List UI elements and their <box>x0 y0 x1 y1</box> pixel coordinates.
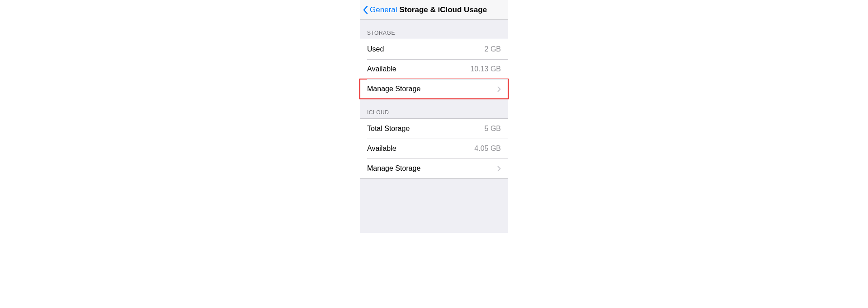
back-label: General <box>370 5 397 14</box>
empty-space <box>360 179 508 233</box>
chevron-right-icon <box>497 86 501 92</box>
manage-icloud-storage-button[interactable]: Manage Storage <box>360 159 508 178</box>
icloud-total-label: Total Storage <box>367 125 410 133</box>
manage-storage-button[interactable]: Manage Storage <box>360 79 508 99</box>
storage-used-label: Used <box>367 45 384 53</box>
chevron-right-icon <box>497 166 501 172</box>
disclosure-indicator <box>493 166 501 172</box>
icloud-total-row: Total Storage 5 GB <box>360 119 508 139</box>
icloud-available-label: Available <box>367 145 396 153</box>
storage-available-value: 10.13 GB <box>470 65 501 73</box>
chevron-left-icon <box>363 5 368 14</box>
settings-screen: General Storage & iCloud Usage Storage U… <box>360 0 508 233</box>
manage-storage-label: Manage Storage <box>367 85 420 93</box>
page-title: Storage & iCloud Usage <box>399 5 487 14</box>
storage-used-row: Used 2 GB <box>360 39 508 59</box>
icloud-available-value: 4.05 GB <box>474 145 501 153</box>
navigation-bar: General Storage & iCloud Usage <box>360 0 508 20</box>
section-header-storage: Storage <box>360 20 508 39</box>
back-button[interactable]: General <box>363 5 397 14</box>
storage-used-value: 2 GB <box>485 45 501 53</box>
storage-available-label: Available <box>367 65 396 73</box>
section-header-icloud: iCloud <box>360 99 508 118</box>
icloud-available-row: Available 4.05 GB <box>360 139 508 159</box>
icloud-group: Total Storage 5 GB Available 4.05 GB Man… <box>360 118 508 179</box>
manage-icloud-storage-label: Manage Storage <box>367 164 420 173</box>
icloud-total-value: 5 GB <box>485 125 501 133</box>
disclosure-indicator <box>493 86 501 92</box>
storage-group: Used 2 GB Available 10.13 GB Manage Stor… <box>360 39 508 99</box>
storage-available-row: Available 10.13 GB <box>360 59 508 79</box>
